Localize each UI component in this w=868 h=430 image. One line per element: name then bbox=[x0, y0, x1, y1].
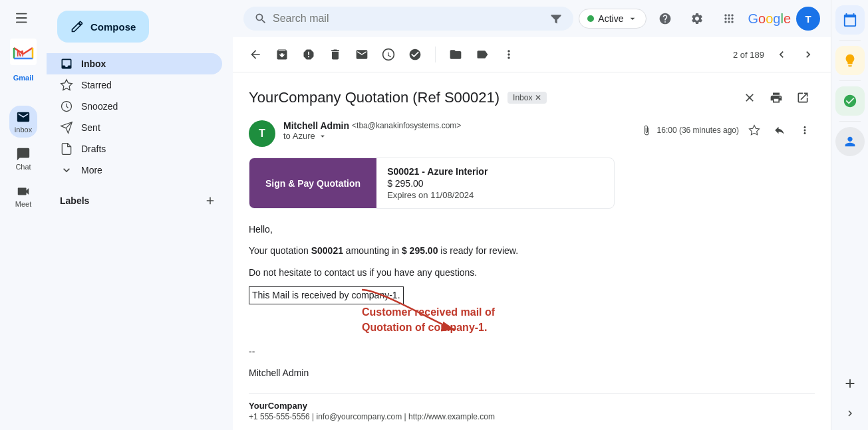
print-email-button[interactable] bbox=[764, 86, 788, 110]
more-actions-button[interactable] bbox=[497, 43, 521, 66]
signature-separator: -- bbox=[249, 344, 815, 359]
top-bar-right: Active Google T bbox=[579, 5, 820, 32]
user-avatar[interactable]: T bbox=[796, 7, 820, 31]
right-add-button[interactable] bbox=[837, 370, 863, 397]
snoozed-label: Snoozed bbox=[81, 101, 212, 112]
meet-icon-item[interactable]: Meet bbox=[10, 180, 37, 212]
snooze-button[interactable] bbox=[376, 43, 400, 66]
reply-button[interactable] bbox=[770, 120, 790, 140]
quotation-expires: Expires on 11/08/2024 bbox=[387, 190, 488, 200]
labels-add-button[interactable] bbox=[201, 191, 219, 210]
inbox-badge: Inbox ✕ bbox=[507, 92, 547, 104]
body-line2: Do not hesitate to contact us if you hav… bbox=[249, 265, 815, 280]
nav-item-sent[interactable]: Sent bbox=[47, 117, 222, 138]
right-tasks-button[interactable] bbox=[835, 86, 865, 116]
right-chevron-button[interactable] bbox=[844, 407, 856, 419]
search-input[interactable] bbox=[273, 13, 544, 25]
mail-label: inbox bbox=[15, 126, 32, 134]
mail-icon-item[interactable]: inbox bbox=[9, 106, 37, 138]
sender-email: <tba@kanakinfosystems.com> bbox=[352, 121, 461, 130]
email-toolbar: 2 of 189 bbox=[233, 37, 831, 72]
sender-info: Mitchell Admin <tba@kanakinfosystems.com… bbox=[283, 120, 633, 141]
inbox-badge-close[interactable]: ✕ bbox=[535, 93, 541, 102]
svg-text:M: M bbox=[17, 49, 24, 58]
email-footer: YourCompany +1 555-555-5556 | info@yourc… bbox=[249, 393, 815, 421]
nav-item-inbox[interactable]: Inbox bbox=[47, 53, 222, 74]
starred-label: Starred bbox=[81, 80, 212, 90]
email-sender-row: T Mitchell Admin <tba@kanakinfosystems.c… bbox=[249, 120, 815, 147]
email-subject-row: YourCompany Quotation (Ref S00021) Inbox… bbox=[249, 86, 815, 110]
search-bar[interactable] bbox=[243, 7, 573, 31]
annotation-text: Customer received mail of Quotation of c… bbox=[362, 305, 495, 335]
subject-actions bbox=[738, 86, 815, 110]
right-panel-separator-2 bbox=[839, 80, 861, 81]
sign-pay-button[interactable]: Sign & Pay Quotation bbox=[249, 158, 376, 208]
menu-button[interactable] bbox=[11, 7, 36, 29]
email-subject: YourCompany Quotation (Ref S00021) bbox=[249, 89, 500, 106]
body-hello: Hello, bbox=[249, 222, 815, 237]
pagination-text: 2 of 189 bbox=[733, 50, 764, 60]
right-calendar-button[interactable] bbox=[835, 5, 865, 35]
settings-button[interactable] bbox=[684, 5, 710, 32]
close-email-button[interactable] bbox=[738, 86, 762, 110]
footer-company: YourCompany bbox=[249, 401, 815, 411]
move-button[interactable] bbox=[444, 43, 468, 66]
nav-item-snoozed[interactable]: Snoozed bbox=[47, 96, 222, 117]
svg-rect-0 bbox=[16, 13, 27, 15]
toolbar-separator-1 bbox=[435, 47, 436, 62]
right-panel-separator bbox=[839, 40, 861, 41]
signature-name: Mitchell Admin bbox=[249, 366, 815, 380]
labels-section: Labels bbox=[47, 181, 233, 215]
help-button[interactable] bbox=[652, 5, 678, 32]
search-icon bbox=[254, 12, 267, 25]
body-amount: $ 295.00 bbox=[402, 245, 438, 256]
gmail-text: Gmail bbox=[13, 74, 34, 82]
delete-button[interactable] bbox=[323, 43, 347, 66]
annotation-area: This Mail is received by company-1. Cust… bbox=[249, 286, 404, 304]
labels-title: Labels bbox=[60, 195, 89, 206]
archive-button[interactable] bbox=[270, 43, 294, 66]
back-button[interactable] bbox=[243, 43, 267, 66]
meet-label: Meet bbox=[15, 200, 31, 208]
sender-avatar: T bbox=[249, 120, 275, 147]
next-email-button[interactable] bbox=[796, 43, 820, 66]
active-chevron-icon bbox=[627, 13, 638, 24]
attachment-meta-icon bbox=[641, 125, 652, 136]
spam-button[interactable] bbox=[297, 43, 321, 66]
quotation-title: S00021 - Azure Interior bbox=[387, 166, 488, 177]
google-logo-text: Google bbox=[748, 11, 791, 27]
quotation-amount: $ 295.00 bbox=[387, 178, 488, 189]
nav-item-starred[interactable]: Starred bbox=[47, 74, 222, 96]
add-task-button[interactable] bbox=[403, 43, 427, 66]
search-filter-icon[interactable] bbox=[549, 12, 563, 25]
label-button[interactable] bbox=[470, 43, 494, 66]
open-new-window-button[interactable] bbox=[791, 86, 815, 110]
star-email-button[interactable] bbox=[744, 120, 764, 140]
sender-time: 16:00 (36 minutes ago) bbox=[657, 126, 739, 135]
mark-unread-button[interactable] bbox=[350, 43, 374, 66]
sender-name: Mitchell Admin bbox=[283, 120, 349, 131]
apps-button[interactable] bbox=[716, 5, 742, 32]
top-bar: Active Google T bbox=[233, 0, 831, 37]
more-label: More bbox=[81, 165, 212, 175]
more-sender-button[interactable] bbox=[795, 120, 815, 140]
right-contacts-button[interactable] bbox=[835, 127, 865, 156]
nav-item-more[interactable]: More bbox=[47, 160, 222, 181]
right-panel-separator-3 bbox=[839, 121, 861, 122]
sent-label: Sent bbox=[81, 122, 212, 133]
gmail-logo: M bbox=[10, 39, 37, 65]
main-content: Active Google T bbox=[233, 0, 831, 430]
drafts-label: Drafts bbox=[81, 144, 212, 154]
sidebar-icons: M Gmail inbox Chat Meet bbox=[0, 0, 47, 430]
footer-details: +1 555-555-5556 | info@yourcompany.com |… bbox=[249, 412, 815, 421]
prev-email-button[interactable] bbox=[770, 43, 794, 66]
active-label: Active bbox=[598, 13, 623, 24]
right-keep-button[interactable] bbox=[835, 46, 865, 75]
chat-icon-item[interactable]: Chat bbox=[10, 143, 36, 175]
compose-button[interactable]: Compose bbox=[57, 11, 149, 43]
active-status-badge[interactable]: Active bbox=[579, 9, 647, 29]
to-chevron-icon[interactable] bbox=[318, 132, 327, 141]
nav-item-drafts[interactable]: Drafts bbox=[47, 138, 222, 160]
inbox-label: Inbox bbox=[81, 58, 212, 69]
sender-to: to Azure bbox=[283, 131, 633, 141]
